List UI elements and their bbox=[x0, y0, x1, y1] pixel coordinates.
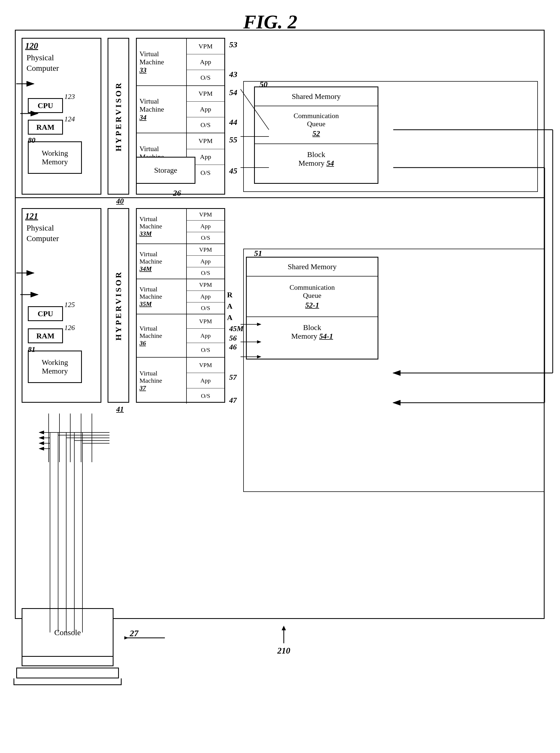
num-55: 55 bbox=[229, 135, 237, 144]
vm34m-row: VirtualMachine34M VPM App O/S bbox=[137, 244, 224, 279]
console-keyboard bbox=[16, 668, 119, 678]
phys-top-label: Physical Computer bbox=[26, 52, 59, 73]
raa-label: R A A bbox=[227, 289, 233, 323]
console-area: Console bbox=[22, 608, 122, 685]
cpu-top-number: 123 bbox=[64, 93, 75, 101]
num-54: 54 bbox=[229, 88, 237, 97]
section-divider bbox=[15, 197, 545, 198]
phys-bot-number: 121 bbox=[25, 211, 38, 221]
vm33-label: VirtualMachine33 bbox=[137, 39, 187, 85]
num-43: 43 bbox=[229, 70, 237, 79]
vm33-layers: VPM App O/S bbox=[187, 39, 224, 85]
ram-bot-box: RAM bbox=[28, 329, 63, 343]
connection-area bbox=[22, 411, 535, 465]
num-44: 44 bbox=[229, 118, 237, 127]
vm34m-layers: VPM App O/S bbox=[187, 244, 224, 279]
vm36-row: VirtualMachine36 VPM App O/S bbox=[137, 314, 224, 358]
vm37-label: VirtualMachine37 bbox=[137, 358, 187, 403]
num-45: 45 bbox=[229, 166, 237, 175]
num-27: 27 bbox=[130, 628, 138, 638]
vm33m-row: VirtualMachine33M VPM App O/S bbox=[137, 209, 224, 244]
storage-box: Storage bbox=[136, 157, 195, 184]
vm35m-row: VirtualMachine35M VPM App O/S bbox=[137, 279, 224, 314]
ram-top-number: 124 bbox=[64, 115, 75, 123]
vm35m-layers: VPM App O/S bbox=[187, 279, 224, 314]
console-screen: Console bbox=[22, 608, 114, 657]
num-26: 26 bbox=[173, 189, 181, 198]
num-46: 46 bbox=[229, 343, 237, 351]
console-keyboard-bottom bbox=[14, 678, 122, 685]
wm-bot-box: Working Memory bbox=[28, 351, 82, 383]
vm33m-layers: VPM App O/S bbox=[187, 209, 224, 243]
vm33m-label: VirtualMachine33M bbox=[137, 209, 187, 243]
vm36-layers: VPM App O/S bbox=[187, 314, 224, 357]
hypervisor-top-label: HYPERVISOR bbox=[114, 81, 123, 151]
hypervisor-top-box: HYPERVISOR bbox=[107, 38, 129, 195]
num-57: 57 bbox=[229, 373, 237, 382]
outer-rect-top bbox=[243, 81, 538, 192]
vm34m-label: VirtualMachine34M bbox=[137, 244, 187, 279]
vm-area-bot: VirtualMachine33M VPM App O/S VirtualMac… bbox=[136, 208, 225, 403]
vm36-label: VirtualMachine36 bbox=[137, 314, 187, 357]
vm34-row: VirtualMachine34 VPM App O/S bbox=[137, 86, 224, 133]
num-210-arrow bbox=[276, 625, 292, 646]
phys-top-number: 120 bbox=[25, 41, 38, 51]
hypervisor-bot-label: HYPERVISOR bbox=[114, 271, 123, 340]
num-53: 53 bbox=[229, 40, 237, 49]
phys-computer-bot-box: 121 Physical Computer 125 CPU 126 RAM 81… bbox=[22, 208, 101, 403]
bottom-lines-svg bbox=[22, 411, 535, 465]
svg-marker-24 bbox=[282, 626, 286, 630]
vm34-layers: VPM App O/S bbox=[187, 86, 224, 133]
vm34-label: VirtualMachine34 bbox=[137, 86, 187, 133]
num-56: 56 bbox=[229, 334, 237, 342]
ram-bot-number: 126 bbox=[64, 324, 75, 332]
hypervisor-bot-box: HYPERVISOR bbox=[107, 208, 129, 403]
num-210: 210 bbox=[276, 646, 292, 656]
phys-bot-label: Physical Computer bbox=[26, 222, 59, 243]
vm35m-label: VirtualMachine35M bbox=[137, 279, 187, 314]
vm37-row: VirtualMachine37 VPM App O/S bbox=[137, 358, 224, 403]
cpu-top-box: CPU bbox=[28, 98, 63, 113]
phys-computer-top-box: 120 Physical Computer 123 CPU 124 RAM 80… bbox=[22, 38, 101, 195]
wm-top-box: Working Memory bbox=[28, 141, 82, 174]
num-45m: 45M bbox=[229, 324, 243, 333]
num-47: 47 bbox=[229, 396, 237, 404]
cpu-bot-number: 125 bbox=[64, 301, 75, 309]
console-base-top bbox=[22, 657, 114, 666]
vm33-row: VirtualMachine33 VPM App O/S bbox=[137, 39, 224, 86]
ram-top-box: RAM bbox=[28, 120, 63, 135]
svg-marker-22 bbox=[124, 636, 128, 639]
page: FIG. 2 120 Physical Computer 123 CPU 124… bbox=[0, 0, 560, 753]
num-210-area: 210 bbox=[276, 625, 292, 656]
vm37-layers: VPM App O/S bbox=[187, 358, 224, 403]
cpu-bot-box: CPU bbox=[28, 306, 63, 321]
